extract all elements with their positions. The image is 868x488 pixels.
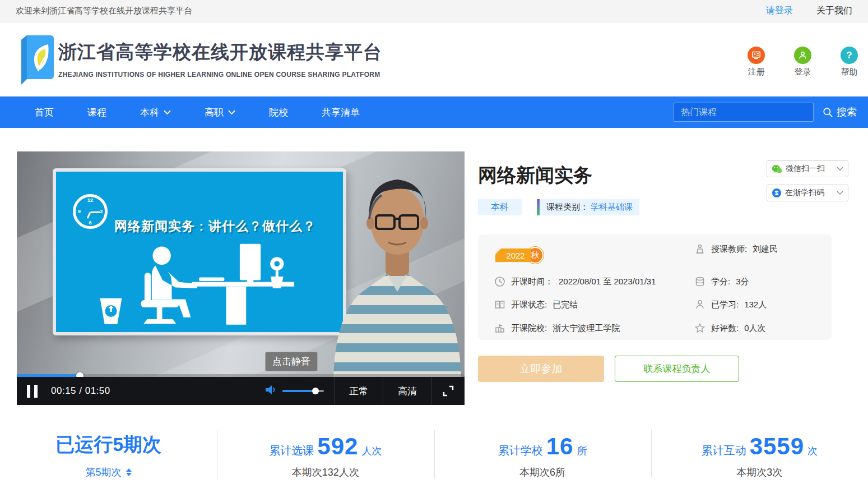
stat-enrollment: 累计选课 592 人次 本期次132人次 bbox=[217, 427, 434, 479]
zhexue-scan-label: 在浙学扫码 bbox=[785, 188, 824, 198]
instructor-illustration bbox=[330, 153, 463, 377]
stat-schools: 累计学校 16 所 本期次6所 bbox=[434, 427, 651, 479]
join-now-button[interactable]: 立即参加 bbox=[478, 356, 604, 382]
playback-speed-button[interactable]: 正常 bbox=[335, 385, 383, 398]
sorter-icon bbox=[126, 468, 132, 476]
info-row-likes: 好评数:0人次 bbox=[694, 323, 766, 334]
pause-button[interactable] bbox=[27, 385, 38, 398]
book-icon bbox=[494, 299, 505, 310]
info-row-credits: 学分:3分 bbox=[694, 276, 749, 287]
nav-item-shared-list[interactable]: 共享清单 bbox=[322, 106, 360, 119]
about-link[interactable]: 关于我们 bbox=[816, 5, 852, 17]
stats-row: 已运行5期次 第5期次 累计选课 592 人次 本期次132人次 累计学校 16… bbox=[0, 427, 868, 479]
zhexue-scan-dropdown[interactable]: 在浙学扫码 bbox=[767, 185, 848, 201]
video-time: 00:15 / 01:50 bbox=[51, 385, 110, 397]
person-icon bbox=[694, 299, 705, 310]
clock-icon bbox=[494, 276, 505, 287]
stat-runs: 已运行5期次 第5期次 bbox=[0, 427, 217, 479]
star-icon bbox=[694, 323, 705, 334]
category-value-link[interactable]: 学科基础课 bbox=[591, 202, 633, 213]
video-slide: 12 3 6 9 网络新闻实务：讲什么？做什么？ bbox=[53, 168, 346, 335]
nav-item-vocational[interactable]: 高职 bbox=[205, 106, 235, 119]
volume-slider[interactable] bbox=[282, 390, 324, 392]
video-player[interactable]: 12 3 6 9 网络新闻实务：讲什么？做什么？ bbox=[17, 151, 465, 405]
category-label: 课程类别： bbox=[546, 202, 588, 213]
nav-item-undergraduate[interactable]: 本科 bbox=[140, 106, 171, 119]
course-info-card: 2022 秋 开课时间：2022/08/01 至 2023/01/31 开课状态… bbox=[478, 234, 832, 340]
search-button[interactable]: 搜索 bbox=[823, 105, 857, 119]
login-icon bbox=[794, 47, 811, 64]
chevron-down-icon bbox=[837, 167, 843, 171]
register-button[interactable]: 注册 bbox=[748, 47, 765, 77]
chevron-down-icon bbox=[228, 110, 235, 115]
login-label: 登录 bbox=[795, 67, 811, 77]
course-title: 网络新闻实务 bbox=[478, 163, 592, 188]
register-icon bbox=[748, 47, 765, 64]
workstation-illustration bbox=[65, 231, 328, 326]
chevron-down-icon bbox=[164, 110, 171, 115]
welcome-text: 欢迎来到浙江省高等学校在线开放课程共享平台 bbox=[16, 6, 192, 16]
term-badge: 2022 秋 bbox=[495, 247, 544, 264]
main-nav: 首页 课程 本科 高职 院校 共享清单 搜索 bbox=[0, 96, 868, 128]
lecturer-icon bbox=[694, 243, 705, 255]
session-selector[interactable]: 第5期次 bbox=[0, 466, 217, 479]
login-button[interactable]: 登录 bbox=[794, 47, 811, 77]
volume-handle[interactable] bbox=[312, 388, 319, 394]
top-bar: 欢迎来到浙江省高等学校在线开放课程共享平台 请登录 关于我们 bbox=[0, 0, 868, 22]
info-row-time: 开课时间：2022/08/01 至 2023/01/31 bbox=[494, 276, 656, 287]
nav-item-home[interactable]: 首页 bbox=[35, 106, 54, 119]
platform-logo-icon bbox=[16, 34, 55, 86]
wechat-scan-label: 微信扫一扫 bbox=[786, 164, 825, 174]
nav-item-institutions[interactable]: 院校 bbox=[269, 106, 288, 119]
help-label: 帮助 bbox=[841, 67, 858, 77]
page: 欢迎来到浙江省高等学校在线开放课程共享平台 请登录 关于我们 浙江省高等学校在线… bbox=[0, 0, 868, 488]
nav-item-courses[interactable]: 课程 bbox=[87, 106, 106, 119]
contact-leader-button[interactable]: 联系课程负责人 bbox=[615, 356, 739, 382]
info-row-school: 开课院校:浙大宁波理工学院 bbox=[494, 323, 620, 334]
info-row-learners: 已学习:132人 bbox=[694, 299, 767, 310]
site-subtitle: ZHEJIANG INSTITUTIONS OF HIGHER LEARNING… bbox=[58, 71, 382, 79]
search-input[interactable] bbox=[674, 103, 814, 122]
search-icon bbox=[823, 107, 833, 118]
course-level-tag: 本科 bbox=[478, 199, 522, 215]
help-button[interactable]: ? 帮助 bbox=[841, 47, 858, 77]
course-category-chip: 课程类别： 学科基础课 bbox=[537, 199, 639, 215]
volume-icon[interactable] bbox=[264, 384, 277, 398]
stat-interactions: 累计互动 3559 次 本期次3次 bbox=[651, 427, 868, 479]
login-link[interactable]: 请登录 bbox=[766, 5, 793, 17]
quality-button[interactable]: 高清 bbox=[383, 385, 431, 398]
clock-illustration-icon: 12 3 6 9 bbox=[73, 194, 108, 229]
info-row-status: 开课状态:已完结 bbox=[494, 299, 578, 310]
site-title: 浙江省高等学校在线开放课程共享平台 bbox=[58, 40, 382, 65]
credits-icon bbox=[694, 276, 705, 287]
term-year: 2022 bbox=[495, 248, 531, 262]
mute-tooltip-button[interactable]: 点击静音 bbox=[265, 352, 318, 371]
zhexue-icon bbox=[772, 188, 782, 198]
school-icon bbox=[494, 323, 505, 334]
register-label: 注册 bbox=[748, 67, 765, 77]
wechat-icon bbox=[772, 164, 782, 174]
help-icon: ? bbox=[841, 47, 858, 64]
chevron-down-icon bbox=[837, 191, 843, 195]
video-controls-bar: 00:15 / 01:50 正常 高清 bbox=[17, 377, 465, 405]
fullscreen-button[interactable] bbox=[432, 385, 465, 397]
info-row-teacher: 授课教师:刘建民 bbox=[694, 243, 778, 255]
runs-headline: 已运行5期次 bbox=[0, 432, 217, 458]
wechat-scan-dropdown[interactable]: 微信扫一扫 bbox=[767, 160, 848, 177]
site-header: 浙江省高等学校在线开放课程共享平台 ZHEJIANG INSTITUTIONS … bbox=[0, 23, 868, 96]
